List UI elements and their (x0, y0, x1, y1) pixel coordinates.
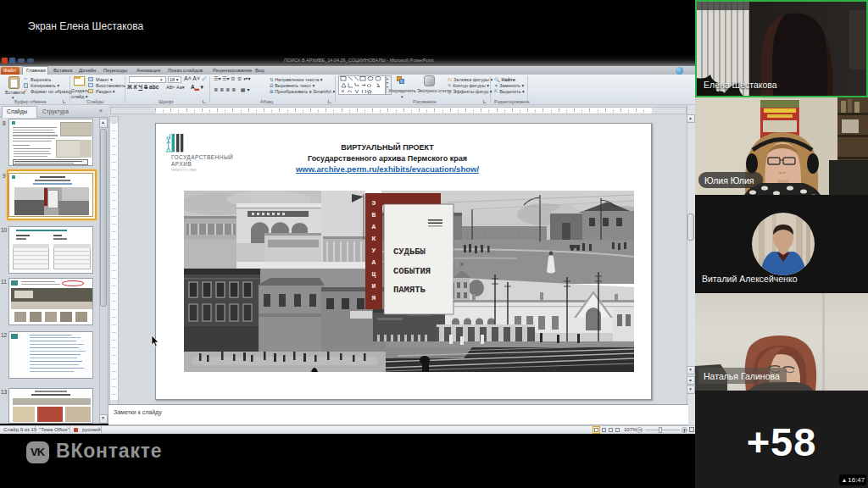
svg-text:У: У (372, 247, 376, 254)
svg-text:А: А (372, 223, 376, 230)
svg-text:В: В (372, 211, 376, 219)
svg-text:Ц: Ц (372, 270, 376, 278)
svg-text:К: К (372, 235, 376, 242)
svg-text:СОБЫТИЯ: СОБЫТИЯ (393, 266, 431, 276)
svg-text:Э: Э (372, 199, 376, 207)
svg-text:А: А (372, 258, 376, 266)
svg-text:И: И (372, 282, 376, 290)
svg-text:СУДЬБЫ: СУДЬБЫ (393, 247, 426, 257)
svg-text:Я: Я (372, 294, 376, 302)
svg-text:ПАМЯТЬ: ПАМЯТЬ (393, 285, 426, 295)
